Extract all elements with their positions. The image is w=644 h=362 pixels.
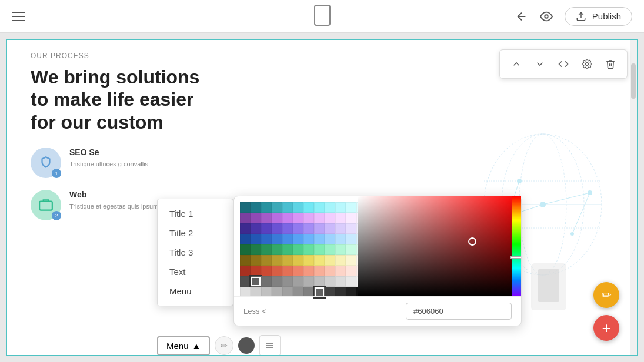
dropdown-item-title3[interactable]: Title 3	[158, 243, 233, 262]
color-swatch[interactable]	[293, 244, 303, 255]
color-swatch[interactable]	[335, 244, 346, 255]
color-swatch[interactable]	[240, 276, 251, 287]
color-swatch[interactable]	[272, 266, 282, 276]
color-swatch[interactable]	[251, 244, 261, 255]
color-swatch[interactable]	[303, 244, 314, 255]
align-button[interactable]	[259, 335, 281, 356]
color-swatch[interactable]	[261, 213, 272, 223]
color-swatch[interactable]	[272, 276, 282, 287]
color-swatch[interactable]	[282, 234, 293, 244]
color-swatch[interactable]	[251, 255, 261, 266]
color-swatch[interactable]	[346, 276, 356, 287]
color-swatch[interactable]	[240, 223, 251, 234]
color-swatch[interactable]	[261, 266, 272, 276]
color-swatch[interactable]	[325, 202, 335, 213]
color-swatch[interactable]	[303, 234, 314, 244]
color-swatch[interactable]	[282, 266, 293, 276]
color-swatch[interactable]	[325, 266, 335, 276]
dropdown-item-menu[interactable]: Menu	[158, 281, 233, 301]
color-swatch[interactable]	[272, 234, 282, 244]
color-swatch[interactable]	[282, 223, 293, 234]
color-swatch[interactable]	[272, 213, 282, 223]
color-swatch[interactable]	[325, 213, 335, 223]
color-swatch[interactable]	[240, 202, 251, 213]
color-swatch[interactable]	[251, 213, 261, 223]
color-swatch[interactable]	[314, 223, 325, 234]
color-swatch[interactable]	[346, 244, 356, 255]
color-swatch[interactable]	[272, 223, 282, 234]
color-swatch[interactable]	[293, 266, 303, 276]
color-swatch[interactable]	[335, 266, 346, 276]
color-swatch[interactable]	[251, 234, 261, 244]
preview-button[interactable]	[540, 10, 553, 23]
color-swatch[interactable]	[293, 202, 303, 213]
hue-bar[interactable]	[512, 196, 521, 296]
color-swatch[interactable]	[314, 213, 325, 223]
color-swatch[interactable]	[346, 202, 356, 213]
color-swatch[interactable]	[272, 244, 282, 255]
color-swatch[interactable]	[282, 244, 293, 255]
color-swatch[interactable]	[346, 234, 356, 244]
color-swatch[interactable]	[293, 213, 303, 223]
back-button[interactable]	[515, 10, 528, 23]
menu-dropdown-button[interactable]: Menu ▲	[157, 336, 210, 356]
color-swatch[interactable]	[261, 234, 272, 244]
color-swatch[interactable]	[293, 234, 303, 244]
color-swatch[interactable]	[261, 202, 272, 213]
dropdown-item-title2[interactable]: Title 2	[158, 223, 233, 243]
color-swatch[interactable]	[303, 266, 314, 276]
color-swatch[interactable]	[314, 244, 325, 255]
move-down-button[interactable]	[529, 53, 550, 75]
color-swatch[interactable]	[346, 255, 356, 266]
fab-edit-button[interactable]: ✏	[593, 282, 619, 308]
color-swatch[interactable]	[335, 255, 346, 266]
color-swatch[interactable]	[282, 255, 293, 266]
color-swatch[interactable]	[325, 244, 335, 255]
settings-button[interactable]	[576, 53, 598, 75]
color-swatch[interactable]	[314, 234, 325, 244]
color-swatch[interactable]	[303, 213, 314, 223]
color-swatch[interactable]	[325, 234, 335, 244]
color-swatch[interactable]	[261, 244, 272, 255]
color-swatch[interactable]	[251, 266, 261, 276]
color-swatch[interactable]	[325, 276, 335, 287]
mobile-device-icon[interactable]	[314, 5, 331, 26]
color-swatch[interactable]	[251, 223, 261, 234]
color-swatch[interactable]	[240, 255, 251, 266]
hamburger-menu[interactable]	[12, 12, 25, 21]
fab-add-button[interactable]: +	[593, 315, 619, 341]
color-swatch[interactable]	[346, 266, 356, 276]
scrollbar-track[interactable]	[630, 40, 637, 355]
color-swatch[interactable]	[346, 223, 356, 234]
color-swatch[interactable]	[240, 266, 251, 276]
color-swatch[interactable]	[272, 202, 282, 213]
color-swatch[interactable]	[335, 202, 346, 213]
color-swatch[interactable]	[325, 255, 335, 266]
color-swatch[interactable]	[251, 202, 261, 213]
color-swatch[interactable]	[272, 255, 282, 266]
color-swatch[interactable]	[282, 202, 293, 213]
color-swatch[interactable]	[282, 213, 293, 223]
move-up-button[interactable]	[506, 53, 527, 75]
color-swatch[interactable]	[303, 255, 314, 266]
color-gradient-area[interactable]	[358, 196, 521, 296]
color-swatch[interactable]	[314, 255, 325, 266]
color-swatch[interactable]	[303, 223, 314, 234]
color-swatch[interactable]	[314, 202, 325, 213]
color-swatch[interactable]	[251, 276, 261, 287]
dropdown-item-title1[interactable]: Title 1	[158, 204, 233, 223]
color-swatch[interactable]	[293, 223, 303, 234]
color-swatch[interactable]	[303, 276, 314, 287]
color-swatch[interactable]	[314, 266, 325, 276]
color-swatch[interactable]	[335, 276, 346, 287]
color-swatch[interactable]	[314, 276, 325, 287]
color-swatch[interactable]	[261, 223, 272, 234]
hex-input[interactable]	[406, 303, 512, 320]
color-swatch[interactable]	[240, 213, 251, 223]
color-swatch[interactable]	[335, 213, 346, 223]
color-swatch[interactable]	[240, 244, 251, 255]
publish-button[interactable]: Publish	[565, 7, 632, 26]
code-button[interactable]	[553, 53, 574, 75]
color-swatch-button[interactable]	[238, 337, 255, 354]
less-button[interactable]: Less <	[243, 307, 266, 316]
